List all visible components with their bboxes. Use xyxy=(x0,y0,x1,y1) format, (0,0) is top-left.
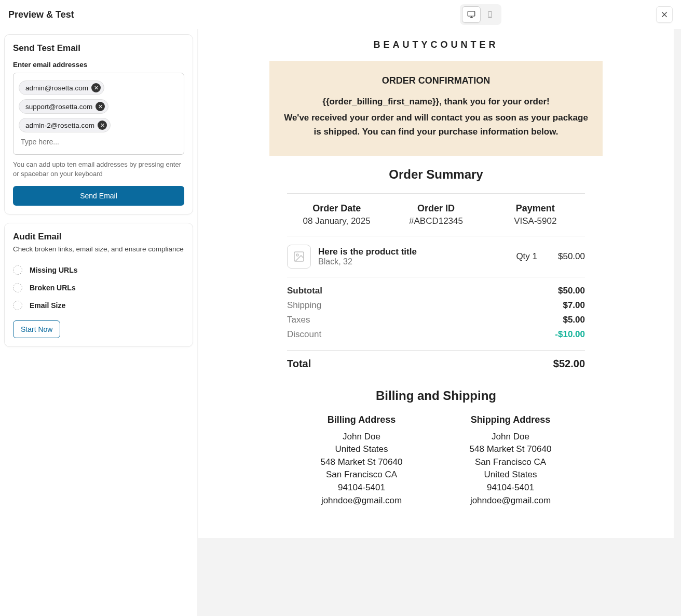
mobile-view-button[interactable] xyxy=(481,6,499,23)
hero-line-2: We've received your order and will conta… xyxy=(282,111,590,139)
order-summary-heading: Order Summary xyxy=(269,167,603,182)
email-input[interactable] xyxy=(19,135,146,149)
audit-item-label: Missing URLs xyxy=(30,266,78,274)
product-variant: Black, 32 xyxy=(318,257,516,266)
header: Preview & Test xyxy=(0,0,681,29)
chip-label: support@rosetta.com xyxy=(25,103,92,111)
audit-item-missing-urls: Missing URLs xyxy=(13,261,184,279)
preview-pane[interactable]: BEAUTYCOUNTER ORDER CONFIRMATION {{order… xyxy=(197,29,681,616)
status-pending-icon xyxy=(13,301,22,310)
start-now-button[interactable]: Start Now xyxy=(13,320,60,338)
email-chip: support@rosetta.com ✕ xyxy=(19,99,108,114)
addr-line: John Doe xyxy=(287,431,436,444)
addr-line: johndoe@gmail.com xyxy=(287,494,436,507)
shipping-address: Shipping Address John Doe 548 Market St … xyxy=(436,414,585,507)
email-help-text: You can add upto ten email addresses by … xyxy=(13,160,184,179)
send-email-button[interactable]: Send Email xyxy=(13,186,184,206)
subtotal-label: Subtotal xyxy=(287,286,322,296)
audit-title: Audit Email xyxy=(13,232,184,242)
audit-item-label: Email Size xyxy=(30,301,65,310)
mobile-icon xyxy=(486,9,494,20)
status-pending-icon xyxy=(13,283,22,292)
sidebar: Send Test Email Enter email addresses ad… xyxy=(0,29,197,616)
billing-address: Billing Address John Doe United States 5… xyxy=(287,414,436,507)
send-test-card: Send Test Email Enter email addresses ad… xyxy=(4,34,193,215)
desktop-icon xyxy=(466,10,476,19)
email-field-label: Enter email addresses xyxy=(13,61,184,69)
email-chip: admin-2@rosetta.com ✕ xyxy=(19,118,111,132)
status-pending-icon xyxy=(13,265,22,275)
product-price: $50.00 xyxy=(558,251,585,262)
shipping-heading: Shipping Address xyxy=(436,414,585,425)
product-qty: Qty 1 xyxy=(516,251,537,262)
svg-point-8 xyxy=(296,254,298,256)
addr-line: 548 Market St 70640 xyxy=(436,443,585,456)
taxes-value: $5.00 xyxy=(563,315,585,325)
page-title: Preview & Test xyxy=(8,9,74,20)
email-preview: BEAUTYCOUNTER ORDER CONFIRMATION {{order… xyxy=(269,29,603,538)
brand-text: BEAUTYCOUNTER xyxy=(373,39,498,50)
audit-item-email-size: Email Size xyxy=(13,297,184,314)
email-chips-input[interactable]: admin@rosetta.com ✕ support@rosetta.com … xyxy=(13,73,184,155)
send-test-title: Send Test Email xyxy=(13,43,184,53)
shipping-value: $7.00 xyxy=(563,300,585,311)
addr-line: 94104-5401 xyxy=(287,481,436,494)
chip-remove-button[interactable]: ✕ xyxy=(96,102,105,111)
addr-line: San Francisco CA xyxy=(287,468,436,481)
addr-line: johndoe@gmail.com xyxy=(436,494,585,507)
device-toggle xyxy=(460,4,501,25)
image-icon xyxy=(293,250,305,263)
close-icon xyxy=(660,10,669,19)
chip-remove-button[interactable]: ✕ xyxy=(91,83,101,92)
product-row: Here is the product title Black, 32 Qty … xyxy=(287,236,585,277)
payment-value: VISA-5902 xyxy=(486,216,585,226)
billing-heading: Billing Address xyxy=(287,414,436,425)
hero-title: ORDER CONFIRMATION xyxy=(282,75,590,86)
svg-rect-0 xyxy=(468,11,475,16)
desktop-view-button[interactable] xyxy=(462,6,481,23)
chip-label: admin-2@rosetta.com xyxy=(25,122,94,129)
hero-line-1: {{order_billing_first_name}}, thank you … xyxy=(282,95,590,109)
hero-section: ORDER CONFIRMATION {{order_billing_first… xyxy=(269,61,603,156)
billing-shipping-heading: Billing and Shipping xyxy=(269,389,603,403)
chip-label: admin@rosetta.com xyxy=(25,84,88,92)
product-title: Here is the product title xyxy=(318,247,516,257)
brand-logo: BEAUTYCOUNTER xyxy=(269,29,603,61)
payment-label: Payment xyxy=(486,203,585,214)
total-label: Total xyxy=(287,358,311,370)
addr-line: United States xyxy=(287,443,436,456)
audit-subtitle: Check broken links, email size, and ensu… xyxy=(13,245,184,253)
order-date-label: Order Date xyxy=(287,203,386,214)
discount-value: -$10.00 xyxy=(555,329,585,340)
subtotal-value: $50.00 xyxy=(558,286,585,296)
audit-item-broken-urls: Broken URLs xyxy=(13,279,184,297)
addr-line: 548 Market St 70640 xyxy=(287,456,436,469)
total-value: $52.00 xyxy=(553,358,585,370)
shipping-label: Shipping xyxy=(287,300,321,311)
audit-item-label: Broken URLs xyxy=(30,284,76,292)
email-chip: admin@rosetta.com ✕ xyxy=(19,81,104,95)
audit-card: Audit Email Check broken links, email si… xyxy=(4,223,193,347)
taxes-label: Taxes xyxy=(287,315,310,325)
addr-line: John Doe xyxy=(436,431,585,444)
chip-remove-button[interactable]: ✕ xyxy=(98,120,107,130)
addr-line: San Francisco CA xyxy=(436,456,585,469)
order-id-value: #ABCD12345 xyxy=(386,216,485,226)
order-date-value: 08 January, 2025 xyxy=(287,216,386,226)
order-id-label: Order ID xyxy=(386,203,485,214)
addr-line: 94104-5401 xyxy=(436,481,585,494)
product-image-placeholder xyxy=(287,245,311,269)
addr-line: United States xyxy=(436,468,585,481)
order-meta-row: Order Date 08 January, 2025 Order ID #AB… xyxy=(287,194,585,236)
close-button[interactable] xyxy=(656,6,673,23)
discount-label: Discount xyxy=(287,329,321,340)
